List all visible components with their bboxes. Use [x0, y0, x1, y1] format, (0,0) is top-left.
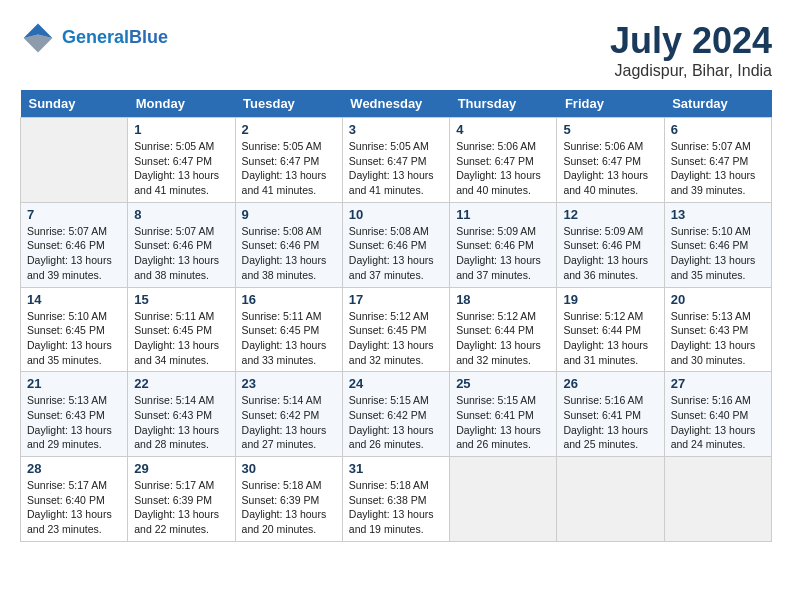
day-number: 19 [563, 292, 657, 307]
day-info: Sunrise: 5:15 AMSunset: 6:41 PMDaylight:… [456, 393, 550, 452]
day-number: 4 [456, 122, 550, 137]
calendar-cell: 5Sunrise: 5:06 AMSunset: 6:47 PMDaylight… [557, 118, 664, 203]
calendar-cell: 12Sunrise: 5:09 AMSunset: 6:46 PMDayligh… [557, 202, 664, 287]
calendar-cell: 27Sunrise: 5:16 AMSunset: 6:40 PMDayligh… [664, 372, 771, 457]
calendar-table: SundayMondayTuesdayWednesdayThursdayFrid… [20, 90, 772, 542]
day-info: Sunrise: 5:09 AMSunset: 6:46 PMDaylight:… [563, 224, 657, 283]
day-number: 20 [671, 292, 765, 307]
header-row: SundayMondayTuesdayWednesdayThursdayFrid… [21, 90, 772, 118]
week-row-5: 28Sunrise: 5:17 AMSunset: 6:40 PMDayligh… [21, 457, 772, 542]
day-info: Sunrise: 5:18 AMSunset: 6:38 PMDaylight:… [349, 478, 443, 537]
calendar-cell: 24Sunrise: 5:15 AMSunset: 6:42 PMDayligh… [342, 372, 449, 457]
calendar-cell: 3Sunrise: 5:05 AMSunset: 6:47 PMDaylight… [342, 118, 449, 203]
day-info: Sunrise: 5:07 AMSunset: 6:46 PMDaylight:… [27, 224, 121, 283]
day-number: 27 [671, 376, 765, 391]
calendar-cell: 25Sunrise: 5:15 AMSunset: 6:41 PMDayligh… [450, 372, 557, 457]
day-number: 30 [242, 461, 336, 476]
day-info: Sunrise: 5:13 AMSunset: 6:43 PMDaylight:… [27, 393, 121, 452]
page-header: GeneralBlue July 2024 Jagdispur, Bihar, … [20, 20, 772, 80]
day-info: Sunrise: 5:15 AMSunset: 6:42 PMDaylight:… [349, 393, 443, 452]
day-info: Sunrise: 5:06 AMSunset: 6:47 PMDaylight:… [563, 139, 657, 198]
calendar-cell [450, 457, 557, 542]
week-row-1: 1Sunrise: 5:05 AMSunset: 6:47 PMDaylight… [21, 118, 772, 203]
logo-icon [20, 20, 56, 56]
calendar-cell: 4Sunrise: 5:06 AMSunset: 6:47 PMDaylight… [450, 118, 557, 203]
day-number: 8 [134, 207, 228, 222]
day-info: Sunrise: 5:12 AMSunset: 6:44 PMDaylight:… [563, 309, 657, 368]
header-day-thursday: Thursday [450, 90, 557, 118]
header-day-monday: Monday [128, 90, 235, 118]
day-info: Sunrise: 5:12 AMSunset: 6:45 PMDaylight:… [349, 309, 443, 368]
day-number: 24 [349, 376, 443, 391]
day-info: Sunrise: 5:16 AMSunset: 6:41 PMDaylight:… [563, 393, 657, 452]
calendar-header: SundayMondayTuesdayWednesdayThursdayFrid… [21, 90, 772, 118]
day-number: 5 [563, 122, 657, 137]
day-number: 18 [456, 292, 550, 307]
day-number: 11 [456, 207, 550, 222]
title-block: July 2024 Jagdispur, Bihar, India [610, 20, 772, 80]
day-info: Sunrise: 5:05 AMSunset: 6:47 PMDaylight:… [242, 139, 336, 198]
day-number: 9 [242, 207, 336, 222]
day-info: Sunrise: 5:05 AMSunset: 6:47 PMDaylight:… [349, 139, 443, 198]
day-info: Sunrise: 5:16 AMSunset: 6:40 PMDaylight:… [671, 393, 765, 452]
day-info: Sunrise: 5:17 AMSunset: 6:40 PMDaylight:… [27, 478, 121, 537]
calendar-cell: 2Sunrise: 5:05 AMSunset: 6:47 PMDaylight… [235, 118, 342, 203]
calendar-cell: 8Sunrise: 5:07 AMSunset: 6:46 PMDaylight… [128, 202, 235, 287]
week-row-4: 21Sunrise: 5:13 AMSunset: 6:43 PMDayligh… [21, 372, 772, 457]
calendar-cell [557, 457, 664, 542]
day-number: 15 [134, 292, 228, 307]
day-info: Sunrise: 5:07 AMSunset: 6:46 PMDaylight:… [134, 224, 228, 283]
day-info: Sunrise: 5:18 AMSunset: 6:39 PMDaylight:… [242, 478, 336, 537]
calendar-cell: 23Sunrise: 5:14 AMSunset: 6:42 PMDayligh… [235, 372, 342, 457]
month-year: July 2024 [610, 20, 772, 62]
calendar-cell: 11Sunrise: 5:09 AMSunset: 6:46 PMDayligh… [450, 202, 557, 287]
calendar-cell: 1Sunrise: 5:05 AMSunset: 6:47 PMDaylight… [128, 118, 235, 203]
logo-text: GeneralBlue [62, 28, 168, 48]
day-info: Sunrise: 5:14 AMSunset: 6:42 PMDaylight:… [242, 393, 336, 452]
calendar-cell: 28Sunrise: 5:17 AMSunset: 6:40 PMDayligh… [21, 457, 128, 542]
calendar-cell: 14Sunrise: 5:10 AMSunset: 6:45 PMDayligh… [21, 287, 128, 372]
day-info: Sunrise: 5:09 AMSunset: 6:46 PMDaylight:… [456, 224, 550, 283]
logo-line2: Blue [129, 27, 168, 47]
week-row-3: 14Sunrise: 5:10 AMSunset: 6:45 PMDayligh… [21, 287, 772, 372]
week-row-2: 7Sunrise: 5:07 AMSunset: 6:46 PMDaylight… [21, 202, 772, 287]
location: Jagdispur, Bihar, India [610, 62, 772, 80]
day-info: Sunrise: 5:12 AMSunset: 6:44 PMDaylight:… [456, 309, 550, 368]
calendar-cell: 16Sunrise: 5:11 AMSunset: 6:45 PMDayligh… [235, 287, 342, 372]
day-number: 13 [671, 207, 765, 222]
header-day-sunday: Sunday [21, 90, 128, 118]
day-number: 7 [27, 207, 121, 222]
svg-marker-1 [24, 34, 53, 52]
day-number: 26 [563, 376, 657, 391]
day-info: Sunrise: 5:14 AMSunset: 6:43 PMDaylight:… [134, 393, 228, 452]
calendar-cell [21, 118, 128, 203]
day-number: 1 [134, 122, 228, 137]
calendar-cell: 19Sunrise: 5:12 AMSunset: 6:44 PMDayligh… [557, 287, 664, 372]
calendar-cell: 6Sunrise: 5:07 AMSunset: 6:47 PMDaylight… [664, 118, 771, 203]
day-info: Sunrise: 5:07 AMSunset: 6:47 PMDaylight:… [671, 139, 765, 198]
day-info: Sunrise: 5:11 AMSunset: 6:45 PMDaylight:… [242, 309, 336, 368]
calendar-cell: 17Sunrise: 5:12 AMSunset: 6:45 PMDayligh… [342, 287, 449, 372]
header-day-tuesday: Tuesday [235, 90, 342, 118]
calendar-cell: 31Sunrise: 5:18 AMSunset: 6:38 PMDayligh… [342, 457, 449, 542]
logo-line1: General [62, 27, 129, 47]
day-info: Sunrise: 5:13 AMSunset: 6:43 PMDaylight:… [671, 309, 765, 368]
calendar-cell: 18Sunrise: 5:12 AMSunset: 6:44 PMDayligh… [450, 287, 557, 372]
day-info: Sunrise: 5:11 AMSunset: 6:45 PMDaylight:… [134, 309, 228, 368]
day-number: 3 [349, 122, 443, 137]
day-number: 21 [27, 376, 121, 391]
day-number: 25 [456, 376, 550, 391]
calendar-cell: 21Sunrise: 5:13 AMSunset: 6:43 PMDayligh… [21, 372, 128, 457]
day-info: Sunrise: 5:17 AMSunset: 6:39 PMDaylight:… [134, 478, 228, 537]
day-info: Sunrise: 5:10 AMSunset: 6:46 PMDaylight:… [671, 224, 765, 283]
day-number: 12 [563, 207, 657, 222]
calendar-cell: 10Sunrise: 5:08 AMSunset: 6:46 PMDayligh… [342, 202, 449, 287]
header-day-saturday: Saturday [664, 90, 771, 118]
calendar-cell [664, 457, 771, 542]
header-day-wednesday: Wednesday [342, 90, 449, 118]
day-number: 28 [27, 461, 121, 476]
calendar-cell: 9Sunrise: 5:08 AMSunset: 6:46 PMDaylight… [235, 202, 342, 287]
day-number: 6 [671, 122, 765, 137]
calendar-cell: 29Sunrise: 5:17 AMSunset: 6:39 PMDayligh… [128, 457, 235, 542]
day-info: Sunrise: 5:10 AMSunset: 6:45 PMDaylight:… [27, 309, 121, 368]
